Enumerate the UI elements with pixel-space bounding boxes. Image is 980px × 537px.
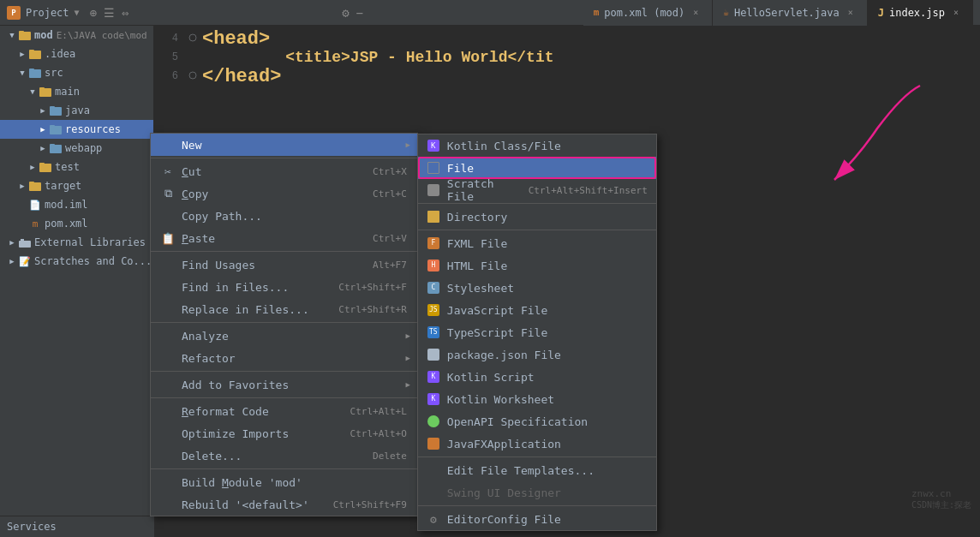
menu-sep-2	[151, 322, 417, 323]
css-icon: C	[427, 282, 439, 294]
dropdown-icon[interactable]: ▼	[75, 8, 80, 17]
menu-icon-copy-path	[161, 209, 175, 223]
menu-label-build-module: Build Module 'mod'	[182, 476, 302, 489]
sub-menu-label-javafx: JavaFXApplication	[447, 438, 561, 450]
sub-menu-item-fxml[interactable]: F FXML File	[418, 232, 656, 254]
menu-item-cut[interactable]: ✂ Cut Ctrl+X	[151, 160, 417, 182]
tree-item-webapp[interactable]: ▶ webapp	[0, 139, 153, 158]
tree-item-java[interactable]: ▶ java	[0, 101, 153, 120]
toolbar-settings-icon[interactable]: ⚙	[342, 6, 349, 20]
sub-menu-label-packagejson: package.json File	[447, 349, 561, 361]
menu-item-find-in-files[interactable]: Find in Files... Ctrl+Shift+F	[151, 276, 417, 298]
menu-item-analyze[interactable]: Analyze	[151, 325, 417, 347]
menu-shortcut-copy: Ctrl+C	[356, 188, 407, 200]
menu-item-copy-path[interactable]: Copy Path...	[151, 205, 417, 227]
tree-item-main[interactable]: ▼ main	[0, 82, 153, 101]
expand-arrow-src: ▼	[17, 68, 27, 78]
tree-label-mod-iml: mod.iml	[45, 199, 88, 211]
menu-item-reformat[interactable]: Reformat Code Ctrl+Alt+L	[151, 400, 417, 422]
tree-item-idea[interactable]: ▶ .idea	[0, 45, 153, 63]
tree-item-ext-libs[interactable]: ▶ External Libraries	[0, 233, 153, 252]
services-panel[interactable]: Services	[0, 516, 154, 537]
menu-label-rebuild: Rebuild '<default>'	[182, 498, 309, 511]
sub-menu-item-editorconfig[interactable]: ⚙ EditorConfig File	[418, 508, 656, 530]
sub-menu-item-edit-templates[interactable]: Edit File Templates...	[418, 459, 656, 481]
tree-item-mod[interactable]: ▼ mod E:\JAVA code\mod	[0, 26, 153, 45]
sub-menu-item-openapi[interactable]: OpenAPI Specification	[418, 410, 656, 433]
sub-menu-item-stylesheet[interactable]: C Stylesheet	[418, 277, 656, 299]
sub-menu-item-javascript[interactable]: JS JavaScript File	[418, 299, 656, 321]
svg-rect-3	[29, 50, 34, 52]
sub-menu-icon-stylesheet: C	[427, 281, 440, 295]
code-text-5: <title>JSP - Hello World</tit	[202, 49, 554, 66]
sub-menu-item-javafx[interactable]: JavaFXApplication	[418, 433, 656, 455]
tab-pom[interactable]: m pom.xml (mod) ×	[583, 0, 714, 26]
file-icon	[427, 162, 439, 174]
toolbar-minimize-icon[interactable]: −	[356, 6, 363, 20]
tab-close-pom[interactable]: ×	[690, 7, 702, 19]
sub-menu-label-openapi: OpenAPI Specification	[447, 415, 588, 428]
sub-menu-label-fxml: FXML File	[447, 237, 507, 250]
menu-item-rebuild[interactable]: Rebuild '<default>' Ctrl+Shift+F9	[151, 493, 417, 516]
menu-item-copy[interactable]: ⧉ Copy Ctrl+C	[151, 182, 417, 205]
menu-item-add-favorites[interactable]: Add to Favorites	[151, 373, 417, 396]
menu-label-reformat: Reformat Code	[182, 405, 269, 418]
menu-label-analyze: Analyze	[182, 330, 229, 343]
menu-item-optimize-imports[interactable]: Optimize Imports Ctrl+Alt+O	[151, 422, 417, 445]
menu-item-paste[interactable]: 📋 Paste Ctrl+V	[151, 227, 417, 249]
sub-menu-label-edit-templates: Edit File Templates...	[447, 464, 595, 477]
sub-menu-item-typescript[interactable]: TS TypeScript File	[418, 321, 656, 343]
tab-servlet[interactable]: ☕ HelloServlet.java ×	[713, 0, 867, 26]
expand-arrow-resources: ▶	[38, 124, 48, 134]
sub-menu-item-kotlin-class[interactable]: K Kotlin Class/File	[418, 134, 656, 157]
tree-item-pom-xml[interactable]: m pom.xml	[0, 214, 153, 233]
gutter-4	[188, 32, 202, 45]
svg-rect-19	[21, 239, 24, 242]
tab-close-index[interactable]: ×	[950, 7, 962, 19]
sub-menu-item-kotlin-script[interactable]: K Kotlin Script	[418, 366, 656, 388]
tab-close-servlet[interactable]: ×	[845, 7, 857, 19]
menu-item-find-usages[interactable]: Find Usages Alt+F7	[151, 254, 417, 276]
menu-sep-after-new	[151, 158, 417, 158]
tab-icon-pom: m	[594, 7, 600, 18]
tree-item-test[interactable]: ▶ test	[0, 158, 153, 176]
sub-menu-icon-javascript: JS	[427, 303, 440, 317]
menu-label-find-in-files: Find in Files...	[182, 281, 289, 294]
sub-menu-item-file[interactable]: File	[418, 157, 656, 179]
tree-item-src[interactable]: ▼ src	[0, 63, 153, 82]
tree-item-target[interactable]: ▶ target	[0, 176, 153, 195]
sub-menu-item-directory[interactable]: Directory	[418, 206, 656, 228]
sub-menu-icon-edit-templates	[427, 463, 440, 477]
sub-menu-item-html[interactable]: H HTML File	[418, 254, 656, 277]
toolbar-expand-icon[interactable]: ⇔	[122, 6, 128, 20]
svg-rect-5	[29, 69, 34, 71]
tree-label-java: java	[65, 104, 90, 116]
sub-menu-item-kotlin-worksheet[interactable]: K Kotlin Worksheet	[418, 388, 656, 410]
menu-label-paste: Paste	[182, 232, 215, 245]
tree-item-mod-iml[interactable]: 📄 mod.iml	[0, 195, 153, 214]
gutter-6	[188, 69, 202, 83]
menu-item-new[interactable]: New K Kotlin Class/File File Scratc	[151, 134, 417, 156]
sub-menu-sep-3	[418, 456, 656, 457]
code-text-6: </head>	[202, 66, 281, 87]
menu-label-optimize-imports: Optimize Imports	[182, 427, 289, 440]
sub-menu-item-scratch[interactable]: Scratch File Ctrl+Alt+Shift+Insert	[418, 179, 656, 201]
menu-icon-analyze	[161, 329, 175, 343]
menu-shortcut-paste: Ctrl+V	[356, 233, 407, 244]
menu-sep-1	[151, 251, 417, 252]
svg-rect-9	[50, 106, 55, 109]
sub-menu-item-packagejson[interactable]: package.json File	[418, 343, 656, 366]
tree-item-scratches[interactable]: ▶ 📝 Scratches and Co...	[0, 252, 153, 271]
tree-item-resources[interactable]: ▶ resources	[0, 120, 153, 139]
watermark: znwx.cn CSDN博主:探老	[911, 488, 971, 511]
menu-item-refactor[interactable]: Refactor	[151, 347, 417, 369]
menu-item-delete[interactable]: Delete... Delete	[151, 445, 417, 467]
menu-item-build-module[interactable]: Build Module 'mod'	[151, 471, 417, 493]
line-num-6: 6	[154, 70, 188, 82]
menu-item-replace-in-files[interactable]: Replace in Files... Ctrl+Shift+R	[151, 298, 417, 320]
toolbar-locate-icon[interactable]: ⊕	[90, 6, 97, 20]
tab-index[interactable]: J index.jsp ×	[868, 0, 973, 26]
sub-menu-label-html: HTML File	[447, 260, 507, 272]
expand-arrow-mod: ▼	[7, 30, 17, 40]
toolbar-collapse-icon[interactable]: ☰	[104, 6, 115, 20]
